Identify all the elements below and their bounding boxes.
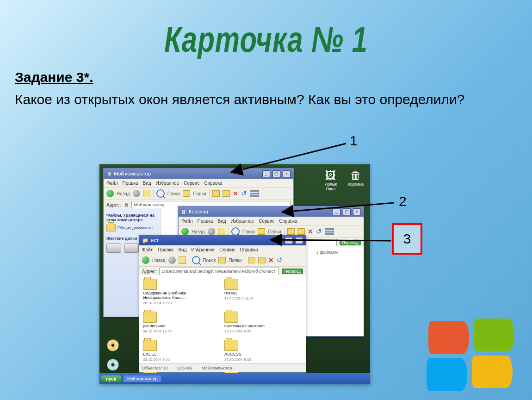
toolbar-back-label: Назад [117, 191, 130, 196]
menu-help[interactable]: Справка [240, 247, 258, 252]
back-icon[interactable] [181, 228, 189, 235]
toolbar-folders-label: Папки [193, 191, 206, 196]
forward-icon[interactable] [133, 190, 140, 197]
menubar: Файл Правка Вид Избранное Сервис Справка [179, 217, 364, 225]
undo-icon[interactable]: ↺ [241, 189, 247, 198]
maximize-button[interactable]: ▢ [272, 170, 280, 177]
up-icon[interactable] [143, 190, 150, 197]
up-icon[interactable] [218, 228, 225, 235]
side-item[interactable]: Общие документы [118, 225, 154, 230]
slide: Карточка № 1 Задание 3*. Какое из открыт… [0, 0, 532, 400]
move-icon[interactable] [287, 228, 295, 235]
delete-icon[interactable]: ✕ [233, 190, 238, 197]
menu-file[interactable]: Файл [142, 247, 154, 252]
file-name: EXCEL [143, 352, 208, 356]
menu-tools[interactable]: Сервис [259, 219, 274, 224]
toolbar-folders-label: Папки [229, 258, 241, 263]
taskbar-button[interactable]: Мой компьютер [124, 375, 161, 382]
undo-icon[interactable]: ↺ [277, 256, 283, 264]
delete-icon[interactable]: ✕ [308, 228, 313, 235]
window-title-text: ист [151, 235, 272, 245]
menu-view[interactable]: Вид [142, 181, 151, 186]
list-item[interactable]: Содержание учебника Информатика. Класс…2… [143, 279, 208, 305]
desktop-icon-shortcut: 🖼 Ярлык Окна [319, 169, 342, 191]
folders-icon[interactable] [183, 190, 190, 197]
menu-fav[interactable]: Избранное [191, 247, 215, 252]
go-button[interactable]: Переход [340, 240, 361, 245]
menu-help[interactable]: Справка [279, 219, 297, 224]
undo-icon[interactable]: ↺ [316, 227, 322, 236]
shortcut-icon: 🖼 [319, 169, 342, 182]
file-meta: 23.10.2004 8:05 [224, 329, 289, 333]
up-icon[interactable] [179, 256, 186, 264]
list-item[interactable]: расписание04.10.2004 13:46 [143, 312, 208, 333]
drive-icon[interactable] [106, 244, 121, 253]
list-item[interactable]: EXCEL23.10.2004 9:02 [143, 340, 208, 362]
close-button[interactable]: × [353, 208, 361, 215]
address-label: Адрес: [142, 269, 156, 274]
menu-edit[interactable]: Правка [123, 181, 138, 186]
menu-file[interactable]: Файл [181, 219, 193, 224]
separator [245, 256, 245, 264]
move-icon[interactable] [212, 190, 220, 197]
toolbar-folders-label: Папки [268, 229, 281, 234]
folder-icon [143, 312, 157, 323]
drive-icon[interactable] [124, 244, 139, 253]
menu-tools[interactable]: Сервис [219, 247, 235, 252]
back-icon[interactable] [142, 256, 149, 264]
menu-fav[interactable]: Избранное [155, 181, 179, 186]
status-bar: Объектов: 10 1,05 МБ Мой компьютер [139, 363, 306, 372]
close-button[interactable]: × [295, 237, 303, 244]
file-meta: 17.05.2014 16:13 [224, 296, 289, 300]
toolbar: Назад Поиск Папки ✕ ↺ [104, 188, 293, 200]
minimize-button[interactable]: _ [262, 170, 270, 177]
close-button[interactable]: × [283, 170, 291, 177]
folder-icon [224, 312, 238, 323]
desktop-icon-label: Корзина [348, 182, 364, 187]
menu-edit[interactable]: Правка [198, 219, 213, 224]
minimize-button[interactable]: _ [333, 208, 340, 215]
recycle-icon: 🗑 [344, 169, 367, 182]
window-ist: 📁 ист _ ▢ × Файл Правка Вид Избранное Се… [139, 235, 306, 373]
task-heading: Задание 3*. [15, 69, 93, 85]
search-icon[interactable] [192, 256, 200, 264]
menu-tools[interactable]: Сервис [184, 181, 199, 186]
go-button[interactable]: Переход [282, 269, 303, 274]
list-item[interactable]: глава117.05.2014 16:13 [224, 279, 289, 305]
menubar: Файл Правка Вид Избранное Сервис Справка [104, 179, 293, 188]
slide-title: Карточка № 1 [164, 19, 368, 60]
folders-icon[interactable] [258, 228, 265, 235]
list-item[interactable]: системы исчисления23.10.2004 8:05 [224, 312, 289, 333]
menu-fav[interactable]: Избранное [230, 219, 254, 224]
search-icon[interactable] [156, 189, 165, 198]
menu-edit[interactable]: Правка [158, 247, 174, 252]
logo-green [474, 319, 514, 351]
copy-icon[interactable] [223, 190, 230, 197]
maximize-button[interactable]: ▢ [285, 237, 293, 244]
copy-icon[interactable] [297, 228, 305, 235]
maximize-button[interactable]: ▢ [343, 208, 351, 215]
folder-icon [143, 279, 157, 290]
menu-help[interactable]: Справка [204, 181, 222, 186]
list-item[interactable]: ACCESS23.10.2004 9:02 [224, 340, 289, 362]
back-icon[interactable] [106, 190, 114, 197]
views-icon[interactable] [250, 190, 259, 197]
move-icon[interactable] [248, 257, 255, 263]
folders-icon[interactable] [218, 257, 226, 263]
forward-icon[interactable] [168, 256, 176, 264]
folder-icon [224, 340, 238, 351]
address-input[interactable]: D:\Documents and Settings\Пользователь\Р… [159, 268, 279, 275]
file-meta: 23.10.2004 9:02 [143, 357, 208, 362]
menu-view[interactable]: Вид [217, 219, 226, 224]
views-icon[interactable] [325, 228, 334, 235]
forward-icon[interactable] [208, 228, 215, 235]
delete-icon[interactable]: ✕ [268, 256, 274, 264]
minimize-button[interactable]: _ [275, 237, 283, 244]
copy-icon[interactable] [258, 257, 266, 263]
file-meta: 23.10.2004 9:02 [224, 357, 289, 362]
start-button[interactable]: пуск [101, 375, 121, 382]
toolbar-search-label: Поиск [242, 229, 255, 234]
menu-file[interactable]: Файл [106, 181, 118, 186]
status-size: 1,05 МБ [177, 366, 192, 370]
menu-view[interactable]: Вид [178, 247, 186, 252]
